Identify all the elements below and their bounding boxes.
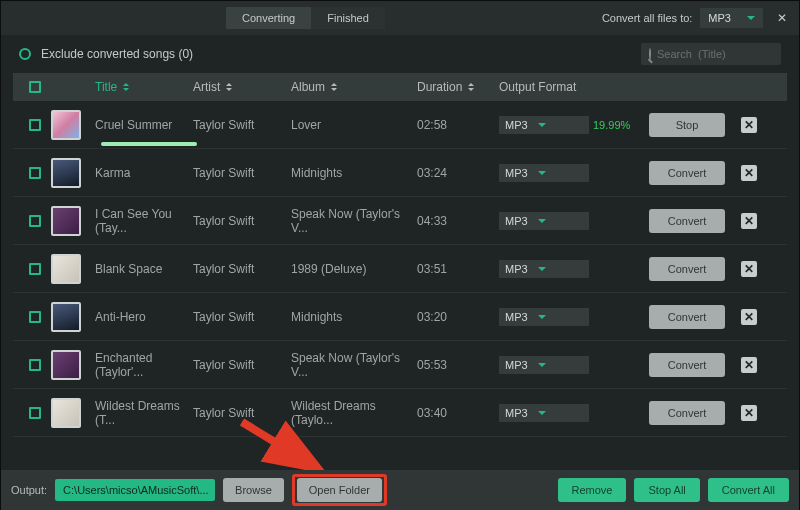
table-row: Anti-Hero Taylor Swift Midnights 03:20 M… bbox=[13, 293, 787, 341]
column-artist[interactable]: Artist bbox=[193, 80, 291, 94]
remove-button[interactable]: Remove bbox=[558, 478, 627, 502]
track-title: Karma bbox=[95, 166, 193, 180]
stop-all-button[interactable]: Stop All bbox=[634, 478, 699, 502]
row-format-select[interactable]: MP3 bbox=[499, 308, 589, 326]
table-row: Karma Taylor Swift Midnights 03:24 MP3 C… bbox=[13, 149, 787, 197]
row-format-value: MP3 bbox=[505, 359, 528, 371]
column-output-format-label: Output Format bbox=[499, 80, 576, 94]
table-row: Blank Space Taylor Swift 1989 (Deluxe) 0… bbox=[13, 245, 787, 293]
track-artist: Taylor Swift bbox=[193, 406, 291, 420]
convert-button[interactable]: Convert bbox=[649, 257, 725, 281]
chevron-down-icon bbox=[538, 123, 546, 127]
browse-button[interactable]: Browse bbox=[223, 478, 284, 502]
row-checkbox[interactable] bbox=[29, 119, 41, 131]
track-duration: 03:51 bbox=[417, 262, 489, 276]
track-album: Speak Now (Taylor's V... bbox=[291, 207, 417, 235]
remove-row-button[interactable]: ✕ bbox=[741, 405, 757, 421]
table-header: Title Artist Album Duration Output Forma… bbox=[13, 73, 787, 101]
convert-all-to-label: Convert all files to: bbox=[602, 12, 692, 24]
table-row: Wildest Dreams (T... Taylor Swift Wildes… bbox=[13, 389, 787, 437]
column-duration[interactable]: Duration bbox=[417, 80, 489, 94]
track-title: Blank Space bbox=[95, 262, 193, 276]
row-checkbox[interactable] bbox=[29, 263, 41, 275]
row-format-select[interactable]: MP3 bbox=[499, 164, 589, 182]
row-checkbox[interactable] bbox=[29, 215, 41, 227]
album-art bbox=[51, 350, 81, 380]
chevron-down-icon bbox=[538, 171, 546, 175]
row-checkbox[interactable] bbox=[29, 359, 41, 371]
row-format-value: MP3 bbox=[505, 215, 528, 227]
track-artist: Taylor Swift bbox=[193, 166, 291, 180]
track-duration: 02:58 bbox=[417, 118, 489, 132]
chevron-down-icon bbox=[538, 411, 546, 415]
row-format-select[interactable]: MP3 bbox=[499, 260, 589, 278]
chevron-down-icon bbox=[538, 267, 546, 271]
search-box[interactable] bbox=[641, 43, 781, 65]
column-album[interactable]: Album bbox=[291, 80, 417, 94]
tab-group: Converting Finished bbox=[226, 7, 385, 29]
table-row: Enchanted (Taylor'... Taylor Swift Speak… bbox=[13, 341, 787, 389]
remove-row-button[interactable]: ✕ bbox=[741, 357, 757, 373]
tab-finished[interactable]: Finished bbox=[311, 7, 385, 29]
remove-row-button[interactable]: ✕ bbox=[741, 261, 757, 277]
stop-button[interactable]: Stop bbox=[649, 113, 725, 137]
table-row: I Can See You (Tay... Taylor Swift Speak… bbox=[13, 197, 787, 245]
track-album: Midnights bbox=[291, 166, 417, 180]
convert-button[interactable]: Convert bbox=[649, 353, 725, 377]
convert-button[interactable]: Convert bbox=[649, 305, 725, 329]
track-album: Lover bbox=[291, 118, 417, 132]
open-folder-button[interactable]: Open Folder bbox=[297, 478, 382, 502]
chevron-down-icon bbox=[538, 315, 546, 319]
exclude-converted-toggle[interactable]: Exclude converted songs (0) bbox=[19, 47, 193, 61]
row-format-value: MP3 bbox=[505, 167, 528, 179]
row-checkbox[interactable] bbox=[29, 167, 41, 179]
remove-row-button[interactable]: ✕ bbox=[741, 117, 757, 133]
remove-row-button[interactable]: ✕ bbox=[741, 213, 757, 229]
track-artist: Taylor Swift bbox=[193, 214, 291, 228]
global-format-select[interactable]: MP3 bbox=[700, 8, 763, 28]
convert-all-button[interactable]: Convert All bbox=[708, 478, 789, 502]
track-title: Wildest Dreams (T... bbox=[95, 399, 193, 427]
row-format-value: MP3 bbox=[505, 407, 528, 419]
select-all-checkbox[interactable] bbox=[29, 81, 41, 93]
album-art bbox=[51, 398, 81, 428]
chevron-down-icon bbox=[538, 363, 546, 367]
album-art bbox=[51, 206, 81, 236]
tab-converting[interactable]: Converting bbox=[226, 7, 311, 29]
annotation-highlight: Open Folder bbox=[292, 474, 387, 506]
chevron-down-icon bbox=[538, 219, 546, 223]
column-title[interactable]: Title bbox=[95, 80, 193, 94]
row-format-select[interactable]: MP3 bbox=[499, 212, 589, 230]
convert-button[interactable]: Convert bbox=[649, 161, 725, 185]
convert-button[interactable]: Convert bbox=[649, 401, 725, 425]
track-artist: Taylor Swift bbox=[193, 358, 291, 372]
search-input[interactable] bbox=[657, 48, 795, 60]
column-album-label: Album bbox=[291, 80, 325, 94]
row-format-select[interactable]: MP3 bbox=[499, 404, 589, 422]
close-icon[interactable]: ✕ bbox=[773, 9, 791, 27]
remove-row-button[interactable]: ✕ bbox=[741, 165, 757, 181]
sub-header: Exclude converted songs (0) bbox=[1, 35, 799, 73]
circle-icon bbox=[19, 48, 31, 60]
track-duration: 03:24 bbox=[417, 166, 489, 180]
sort-icon bbox=[331, 83, 337, 91]
track-title: I Can See You (Tay... bbox=[95, 207, 193, 235]
track-album: Wildest Dreams (Taylo... bbox=[291, 399, 417, 427]
album-art bbox=[51, 110, 81, 140]
track-title: Enchanted (Taylor'... bbox=[95, 351, 193, 379]
output-label: Output: bbox=[11, 484, 47, 496]
row-format-select[interactable]: MP3 bbox=[499, 356, 589, 374]
output-path-field[interactable]: C:\Users\micso\AMusicSoft\... bbox=[55, 479, 215, 501]
row-checkbox[interactable] bbox=[29, 311, 41, 323]
column-output-format: Output Format bbox=[489, 80, 589, 94]
chevron-down-icon bbox=[747, 16, 755, 20]
column-duration-label: Duration bbox=[417, 80, 462, 94]
convert-button[interactable]: Convert bbox=[649, 209, 725, 233]
row-format-select[interactable]: MP3 bbox=[499, 116, 589, 134]
track-duration: 04:33 bbox=[417, 214, 489, 228]
album-art bbox=[51, 254, 81, 284]
sort-icon bbox=[123, 83, 129, 91]
remove-row-button[interactable]: ✕ bbox=[741, 309, 757, 325]
row-checkbox[interactable] bbox=[29, 407, 41, 419]
exclude-label: Exclude converted songs (0) bbox=[41, 47, 193, 61]
